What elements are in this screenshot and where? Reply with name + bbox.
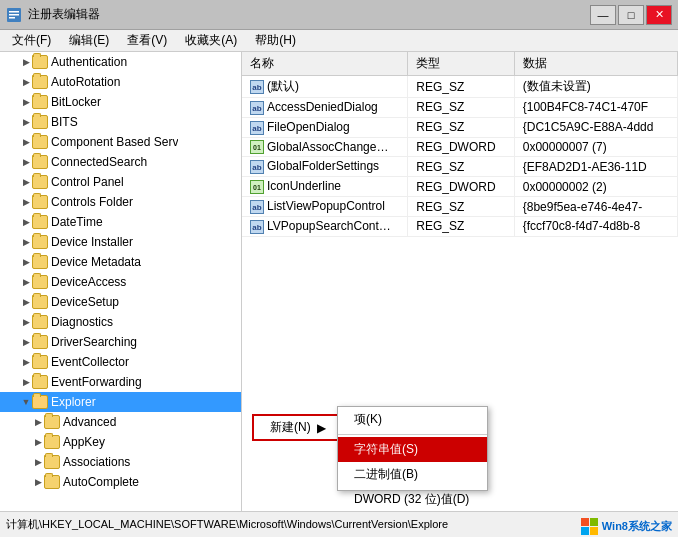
tree-item-diagnostics[interactable]: Diagnostics	[0, 312, 241, 332]
menu-item-编辑(E)[interactable]: 编辑(E)	[61, 30, 117, 51]
tree-label-diagnostics: Diagnostics	[51, 312, 113, 332]
tree-arrow-diagnostics	[20, 317, 32, 327]
reg-name-1: abAccessDeniedDialog	[242, 98, 408, 118]
tree-item-connectedsearch[interactable]: ConnectedSearch	[0, 152, 241, 172]
reg-type-1: REG_SZ	[408, 98, 514, 118]
folder-icon-autocomplete	[44, 475, 60, 489]
folder-icon-auth	[32, 55, 48, 69]
menu-item-帮助(H)[interactable]: 帮助(H)	[247, 30, 304, 51]
menu-item-查看(V)[interactable]: 查看(V)	[119, 30, 175, 51]
tree-label-deviceinstaller: Device Installer	[51, 232, 133, 252]
folder-icon-datetime	[32, 215, 48, 229]
tree-item-deviceinstaller[interactable]: Device Installer	[0, 232, 241, 252]
folder-icon-explorer	[32, 395, 48, 409]
tree-label-connectedsearch: ConnectedSearch	[51, 152, 147, 172]
tree-arrow-advanced	[32, 417, 44, 427]
tree-item-driversearching[interactable]: DriverSearching	[0, 332, 241, 352]
ctx-item-2[interactable]: 二进制值(B)	[338, 462, 487, 487]
registry-table: 名称 类型 数据 ab(默认)REG_SZ(数值未设置)abAccessDeni…	[242, 52, 678, 237]
tree-arrow-deviceinstaller	[20, 237, 32, 247]
tree-arrow-autorotation	[20, 77, 32, 87]
tree-item-associations[interactable]: Associations	[0, 452, 241, 472]
tree-item-bitlocker[interactable]: BitLocker	[0, 92, 241, 112]
reg-type-4: REG_SZ	[408, 157, 514, 177]
tree-arrow-bits	[20, 117, 32, 127]
tree-arrow-devicemetadata	[20, 257, 32, 267]
tree-arrow-deviceaccess	[20, 277, 32, 287]
folder-icon-deviceaccess	[32, 275, 48, 289]
registry-row-1[interactable]: abAccessDeniedDialogREG_SZ{100B4FC8-74C1…	[242, 98, 678, 118]
svg-rect-3	[9, 17, 15, 19]
reg-name-0: ab(默认)	[242, 76, 408, 98]
tree-arrow-eventcollector	[20, 357, 32, 367]
tree-item-appkey[interactable]: AppKey	[0, 432, 241, 452]
folder-icon-compbased	[32, 135, 48, 149]
reg-data-3: 0x00000007 (7)	[514, 137, 677, 157]
tree-scroll[interactable]: AuthenticationAutoRotationBitLockerBITSC…	[0, 52, 241, 511]
tree-item-eventforwarding[interactable]: EventForwarding	[0, 372, 241, 392]
registry-row-7[interactable]: abLVPopupSearchCont…REG_SZ{fccf70c8-f4d7…	[242, 216, 678, 236]
folder-icon-controlpanel	[32, 175, 48, 189]
reg-type-5: REG_DWORD	[408, 177, 514, 197]
menu-item-文件(F)[interactable]: 文件(F)	[4, 30, 59, 51]
folder-icon-connectedsearch	[32, 155, 48, 169]
close-button[interactable]: ✕	[646, 5, 672, 25]
tree-arrow-compbased	[20, 137, 32, 147]
tree-item-controlsfolder[interactable]: Controls Folder	[0, 192, 241, 212]
win8-logo: Win8系统之家	[581, 518, 672, 535]
folder-icon-eventcollector	[32, 355, 48, 369]
reg-name-7: abLVPopupSearchCont…	[242, 216, 408, 236]
reg-data-1: {100B4FC8-74C1-470F	[514, 98, 677, 118]
tree-arrow-autocomplete	[32, 477, 44, 487]
tree-item-controlpanel[interactable]: Control Panel	[0, 172, 241, 192]
registry-row-6[interactable]: abListViewPopupControlREG_SZ{8be9f5ea-e7…	[242, 197, 678, 217]
folder-icon-autorotation	[32, 75, 48, 89]
tree-arrow-controlpanel	[20, 177, 32, 187]
tree-item-devicemetadata[interactable]: Device Metadata	[0, 252, 241, 272]
tree-panel: AuthenticationAutoRotationBitLockerBITSC…	[0, 52, 242, 511]
folder-icon-associations	[44, 455, 60, 469]
maximize-button[interactable]: □	[618, 5, 644, 25]
reg-type-6: REG_SZ	[408, 197, 514, 217]
menu-item-收藏夹(A)[interactable]: 收藏夹(A)	[177, 30, 245, 51]
reg-icon-0: ab	[250, 80, 264, 94]
registry-row-3[interactable]: 01GlobalAssocChange…REG_DWORD0x00000007 …	[242, 137, 678, 157]
ctx-item-1[interactable]: 字符串值(S)	[338, 437, 487, 462]
folder-icon-bits	[32, 115, 48, 129]
registry-row-5[interactable]: 01IconUnderlineREG_DWORD0x00000002 (2)	[242, 177, 678, 197]
tree-item-compbased[interactable]: Component Based Serv	[0, 132, 241, 152]
tree-arrow-connectedsearch	[20, 157, 32, 167]
registry-row-4[interactable]: abGlobalFolderSettingsREG_SZ{EF8AD2D1-AE…	[242, 157, 678, 177]
right-panel: 名称 类型 数据 ab(默认)REG_SZ(数值未设置)abAccessDeni…	[242, 52, 678, 511]
reg-data-0: (数值未设置)	[514, 76, 677, 98]
tree-item-devicesetup[interactable]: DeviceSetup	[0, 292, 241, 312]
tree-item-advanced[interactable]: Advanced	[0, 412, 241, 432]
registry-row-0[interactable]: ab(默认)REG_SZ(数值未设置)	[242, 76, 678, 98]
tree-item-bits[interactable]: BITS	[0, 112, 241, 132]
tree-arrow-explorer	[20, 397, 32, 407]
tree-item-datetime[interactable]: DateTime	[0, 212, 241, 232]
ctx-item-3[interactable]: DWORD (32 位)值(D)	[338, 487, 487, 511]
reg-data-7: {fccf70c8-f4d7-4d8b-8	[514, 216, 677, 236]
minimize-button[interactable]: —	[590, 5, 616, 25]
tree-arrow-devicesetup	[20, 297, 32, 307]
registry-row-2[interactable]: abFileOpenDialogREG_SZ{DC1C5A9C-E88A-4dd…	[242, 117, 678, 137]
reg-type-0: REG_SZ	[408, 76, 514, 98]
tree-item-autocomplete[interactable]: AutoComplete	[0, 472, 241, 492]
tree-item-eventcollector[interactable]: EventCollector	[0, 352, 241, 372]
tree-item-explorer[interactable]: Explorer	[0, 392, 241, 412]
folder-icon-devicemetadata	[32, 255, 48, 269]
ctx-item-0[interactable]: 项(K)	[338, 407, 487, 432]
tree-item-deviceaccess[interactable]: DeviceAccess	[0, 272, 241, 292]
tree-label-advanced: Advanced	[63, 412, 116, 432]
tree-item-auth[interactable]: Authentication	[0, 52, 241, 72]
tree-item-autorotation[interactable]: AutoRotation	[0, 72, 241, 92]
new-button-label: 新建(N)	[270, 419, 311, 436]
folder-icon-devicesetup	[32, 295, 48, 309]
tree-label-devicemetadata: Device Metadata	[51, 252, 141, 272]
reg-name-2: abFileOpenDialog	[242, 117, 408, 137]
reg-icon-6: ab	[250, 200, 264, 214]
status-bar: 计算机\HKEY_LOCAL_MACHINE\SOFTWARE\Microsof…	[0, 511, 678, 537]
new-button[interactable]: 新建(N) ▶	[252, 414, 344, 441]
win8-sq-red	[581, 518, 589, 526]
